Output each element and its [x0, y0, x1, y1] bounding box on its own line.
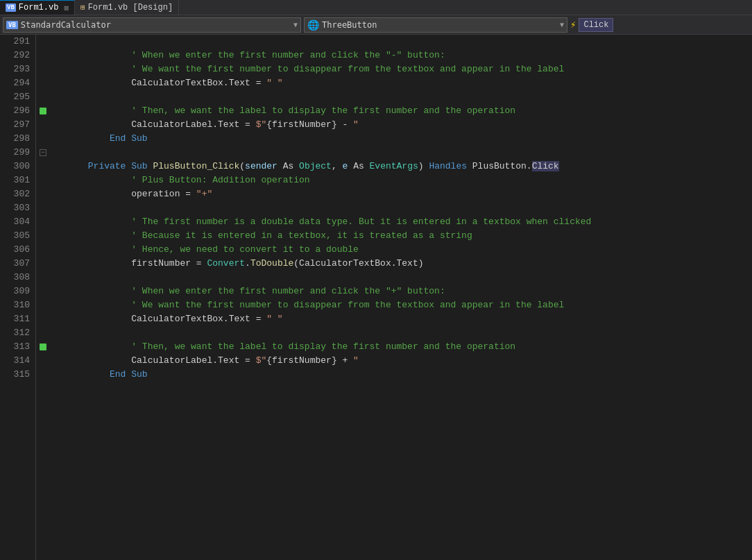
method-dropdown-label: ThreeButton	[322, 20, 377, 30]
ind-303	[36, 201, 50, 215]
ind-293	[36, 62, 50, 76]
code-line-312: ' Then, we want the label to display the…	[55, 326, 752, 340]
toolbar-vb-icon: VB	[6, 21, 18, 29]
code-content[interactable]: ' When we enter the first number and cli…	[50, 35, 752, 560]
ln-293: 293	[0, 62, 30, 76]
ind-313	[36, 340, 50, 354]
class-dropdown-label: StandardCalculator	[21, 20, 111, 30]
ind-295	[36, 90, 50, 104]
ind-296	[36, 104, 50, 118]
ind-311	[36, 312, 50, 326]
ind-301	[36, 173, 50, 187]
ln-306: 306	[0, 243, 30, 257]
ln-291: 291	[0, 35, 30, 49]
ind-291	[36, 35, 50, 49]
lightning-icon: ⚡	[570, 19, 576, 31]
ln-296: 296	[0, 104, 30, 118]
code-line-299: Private Sub PlusButton_Click(sender As O…	[55, 146, 752, 160]
globe-icon: 🌐	[307, 19, 319, 31]
ln-308: 308	[0, 271, 30, 285]
ln-309: 309	[0, 285, 30, 298]
ln-301: 301	[0, 173, 30, 187]
code-line-315	[55, 368, 752, 382]
ln-312: 312	[0, 326, 30, 340]
method-dropdown[interactable]: 🌐 ThreeButton ▼	[304, 17, 567, 33]
ln-302: 302	[0, 187, 30, 201]
ln-315: 315	[0, 368, 30, 382]
ind-298	[36, 132, 50, 146]
event-label: Click	[579, 18, 613, 32]
ln-303: 303	[0, 201, 30, 215]
ln-313: 313	[0, 340, 30, 354]
tab-form1-code[interactable]: VB Form1.vb ⊠	[0, 0, 75, 15]
ind-304	[36, 215, 50, 229]
ind-305	[36, 229, 50, 243]
ind-306	[36, 243, 50, 257]
code-line-308: ' When we enter the first number and cli…	[55, 271, 752, 285]
class-dropdown[interactable]: VB StandardCalculator ▼	[3, 17, 301, 33]
toolbar: VB StandardCalculator ▼ 🌐 ThreeButton ▼ …	[0, 15, 752, 35]
ind-308	[36, 271, 50, 285]
ln-298: 298	[0, 132, 30, 146]
ind-294	[36, 76, 50, 90]
ln-307: 307	[0, 257, 30, 271]
tab-form1-design[interactable]: ⊞ Form1.vb [Design]	[75, 0, 179, 15]
ind-310	[36, 298, 50, 312]
tab-close-icon[interactable]: ⊠	[64, 3, 69, 12]
ind-315	[36, 368, 50, 382]
ind-314	[36, 354, 50, 368]
ln-305: 305	[0, 229, 30, 243]
method-chevron-icon: ▼	[560, 21, 564, 28]
design-icon: ⊞	[80, 3, 85, 12]
ind-299[interactable]: −	[36, 146, 50, 160]
ln-310: 310	[0, 298, 30, 312]
ln-297: 297	[0, 118, 30, 132]
ind-312	[36, 326, 50, 340]
code-line-303: ' The first number is a double data type…	[55, 201, 752, 215]
ln-300: 300	[0, 160, 30, 173]
gutter-indicators: −	[36, 35, 50, 560]
code-line-298	[55, 132, 752, 146]
code-line-291: ' When we enter the first number and cli…	[55, 35, 752, 49]
code-editor: 291 292 293 294 295 296 297 298 299 300 …	[0, 35, 752, 560]
ln-295: 295	[0, 90, 30, 104]
ln-304: 304	[0, 215, 30, 229]
ln-294: 294	[0, 76, 30, 90]
tab-label-code: Form1.vb	[19, 3, 59, 12]
code-line-295: ' Then, we want the label to display the…	[55, 90, 752, 104]
ln-314: 314	[0, 354, 30, 368]
ln-292: 292	[0, 49, 30, 62]
ind-302	[36, 187, 50, 201]
tab-label-design: Form1.vb [Design]	[88, 3, 173, 12]
ind-297	[36, 118, 50, 132]
line-numbers: 291 292 293 294 295 296 297 298 299 300 …	[0, 35, 36, 560]
ln-311: 311	[0, 312, 30, 326]
ind-300	[36, 160, 50, 173]
ind-307	[36, 257, 50, 271]
ind-309	[36, 285, 50, 298]
vb-icon: VB	[6, 3, 16, 12]
tab-bar: VB Form1.vb ⊠ ⊞ Form1.vb [Design]	[0, 0, 752, 15]
class-chevron-icon: ▼	[293, 21, 298, 28]
ind-292	[36, 49, 50, 62]
ln-299: 299	[0, 146, 30, 160]
